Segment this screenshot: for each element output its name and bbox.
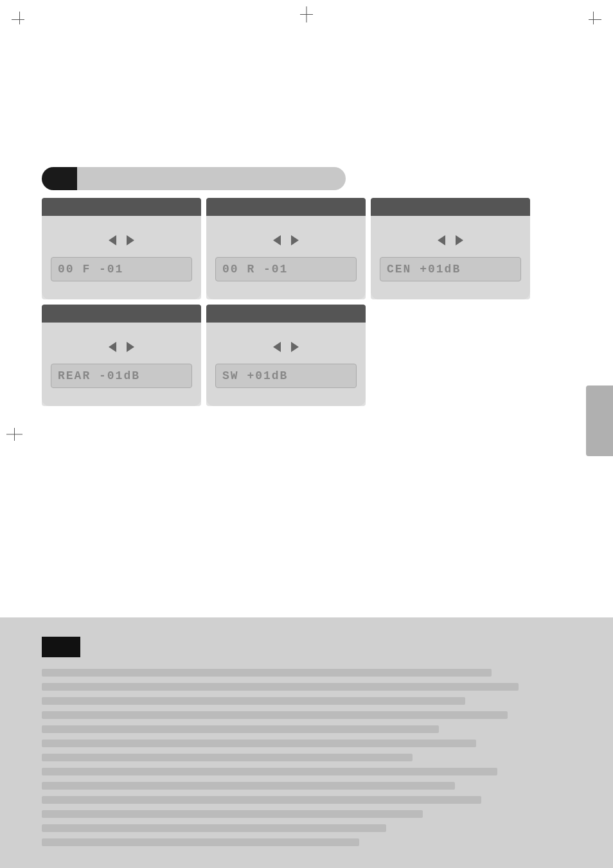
crosshair-top-h xyxy=(300,14,313,15)
panel-sw: SW +01dB xyxy=(206,305,366,406)
panel-rear-top-header xyxy=(206,198,366,216)
panel-rear-top-arrow-left[interactable] xyxy=(273,235,281,245)
crosshair-left-v xyxy=(14,428,15,441)
panel-rear-bottom-body: REAR -01dB xyxy=(42,323,201,406)
main-content: 00 F -01 00 R -01 xyxy=(42,167,530,406)
bottom-line-9 xyxy=(42,782,455,790)
panel-front-display: 00 F -01 xyxy=(51,257,192,281)
panel-sw-arrow-right[interactable] xyxy=(291,342,299,352)
panel-sw-header xyxy=(206,305,366,323)
bottom-line-6 xyxy=(42,740,476,747)
bottom-line-7 xyxy=(42,754,413,761)
panel-front-header xyxy=(42,198,201,216)
panel-center: CEN +01dB xyxy=(371,198,530,299)
panel-rear-bottom: REAR -01dB xyxy=(42,305,201,406)
bottom-line-2 xyxy=(42,683,519,691)
bottom-line-3 xyxy=(42,697,465,705)
panel-center-arrows xyxy=(380,235,521,245)
bottom-black-box xyxy=(42,637,80,657)
panel-center-display: CEN +01dB xyxy=(380,257,521,281)
tab-header xyxy=(42,167,530,190)
bottom-section xyxy=(0,617,613,868)
panel-front-arrows xyxy=(51,235,192,245)
panels-row2: REAR -01dB SW +01dB xyxy=(42,305,530,406)
crop-mark-tr-v xyxy=(593,12,594,24)
panel-rear-top: 00 R -01 xyxy=(206,198,366,299)
panel-rear-bottom-arrow-left[interactable] xyxy=(109,342,116,352)
bottom-line-4 xyxy=(42,711,508,719)
panel-rear-top-body: 00 R -01 xyxy=(206,216,366,299)
panel-empty xyxy=(371,305,530,406)
bottom-line-12 xyxy=(42,824,386,832)
bottom-line-1 xyxy=(42,669,492,677)
crop-mark-tl-v xyxy=(19,12,20,24)
panel-rear-top-arrow-right[interactable] xyxy=(291,235,299,245)
panel-sw-arrows xyxy=(215,342,357,352)
panel-rear-top-display: 00 R -01 xyxy=(215,257,357,281)
bottom-line-5 xyxy=(42,725,439,733)
panel-rear-bottom-display: REAR -01dB xyxy=(51,364,192,388)
tab-pill-active[interactable] xyxy=(42,167,77,190)
panels-row1: 00 F -01 00 R -01 xyxy=(42,198,530,299)
tab-pill-inactive[interactable] xyxy=(76,167,346,190)
bottom-text-lines xyxy=(42,669,571,846)
panel-center-arrow-left[interactable] xyxy=(438,235,445,245)
crop-mark-tr-h xyxy=(589,19,601,20)
crop-mark-tl-h xyxy=(12,19,24,20)
panel-sw-body: SW +01dB xyxy=(206,323,366,406)
panel-sw-arrow-left[interactable] xyxy=(273,342,281,352)
panel-front-arrow-right[interactable] xyxy=(127,235,134,245)
bottom-line-13 xyxy=(42,838,359,846)
panel-rear-bottom-arrows xyxy=(51,342,192,352)
panel-rear-bottom-header xyxy=(42,305,201,323)
panel-front-arrow-left[interactable] xyxy=(109,235,116,245)
bottom-line-8 xyxy=(42,768,497,775)
bottom-line-11 xyxy=(42,810,423,818)
panel-rear-bottom-arrow-right[interactable] xyxy=(127,342,134,352)
panel-front-body: 00 F -01 xyxy=(42,216,201,299)
panel-front: 00 F -01 xyxy=(42,198,201,299)
panel-center-header xyxy=(371,198,530,216)
bottom-line-10 xyxy=(42,796,481,804)
panel-center-arrow-right[interactable] xyxy=(456,235,463,245)
panel-center-body: CEN +01dB xyxy=(371,216,530,299)
right-sidebar-tab[interactable] xyxy=(586,385,613,456)
panel-sw-display: SW +01dB xyxy=(215,364,357,388)
panel-rear-top-arrows xyxy=(215,235,357,245)
